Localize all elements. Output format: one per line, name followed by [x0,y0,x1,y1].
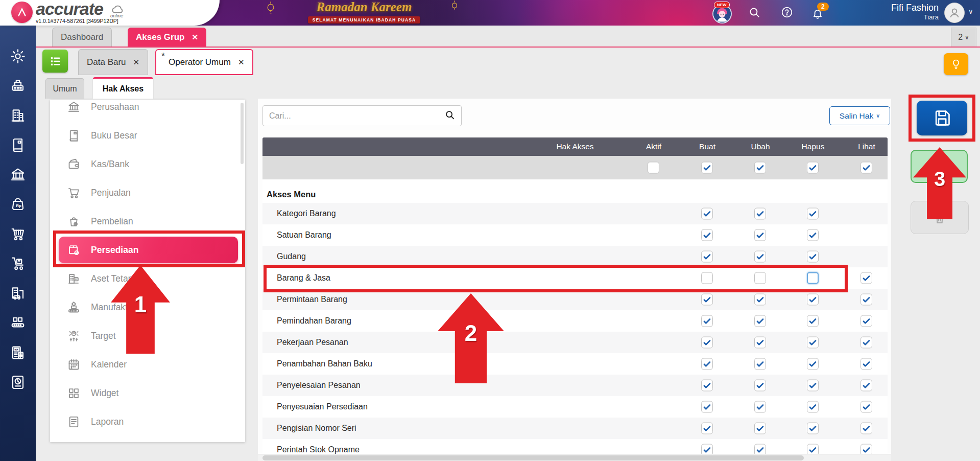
checkbox-ubah[interactable] [754,380,766,391]
checkbox-lihat[interactable] [861,423,872,434]
notifications-button[interactable]: 2 [811,5,828,22]
checkbox-hapus[interactable] [807,358,819,370]
checkbox-ubah[interactable] [754,162,766,174]
tips-lightbulb-button[interactable] [944,53,968,75]
checkbox-hapus[interactable] [807,315,819,327]
sidebar-item-kas-bank[interactable]: Kas/Bank [50,150,245,178]
tab-akses-grup[interactable]: Akses Grup ✕ [128,28,206,47]
checkbox-hapus[interactable] [807,294,819,306]
salin-hak-label: Salin Hak [840,111,873,121]
sidebar-item-perusahaan[interactable]: Perusahaan [50,100,245,121]
sidebar-company-button[interactable] [7,105,29,128]
checkbox-buat[interactable] [701,162,713,174]
sidebar-manufacturing-button[interactable] [7,313,29,335]
delete-button[interactable] [911,201,969,234]
close-icon[interactable]: ✕ [192,33,198,42]
checkbox-ubah[interactable] [754,337,766,349]
table-row: Penyesuaian Persediaan [262,396,888,418]
checkbox-ubah[interactable] [754,401,766,413]
sidebar-sales-button[interactable]: Rp [7,194,29,217]
checkbox-buat[interactable] [701,208,713,220]
search-icon[interactable] [444,109,457,122]
sidebar-cash-bank-button[interactable] [7,165,29,187]
checkbox-hapus[interactable] [807,337,819,349]
salin-hak-button[interactable]: Salin Hak ∨ [829,106,890,125]
sidebar-general-ledger-button[interactable] [7,135,29,157]
tab-umum[interactable]: Umum [45,78,84,99]
sidebar-tax-button[interactable]: TAX [7,342,29,365]
checkbox-ubah[interactable] [754,272,766,284]
checkbox-buat[interactable] [701,401,713,413]
help-icon[interactable] [779,5,795,20]
sidebar-cash-register-button[interactable] [7,76,29,98]
checkbox-ubah[interactable] [754,315,766,327]
subtab-data-baru[interactable]: Data Baru ✕ [78,49,148,75]
save-button[interactable] [917,101,967,135]
checkbox-buat[interactable] [701,423,713,434]
close-icon[interactable]: ✕ [238,58,245,67]
checkbox-hapus[interactable] [807,208,819,220]
search-input[interactable] [262,105,462,126]
checkbox-hapus[interactable] [807,423,819,434]
sidebar-item-penjualan[interactable]: Penjualan [50,178,245,207]
company-name: Tiara [852,13,939,21]
checkbox-lihat[interactable] [861,358,872,370]
checkbox-hapus[interactable] [807,251,819,263]
checkbox-buat[interactable] [701,251,713,263]
promo-character-button[interactable]: NEW [712,2,733,24]
checkbox-aktif[interactable] [648,162,659,174]
sidebar-purchases-button[interactable] [7,224,29,246]
checkbox-ubah[interactable] [754,358,766,370]
logo-area[interactable]: accurate online v1.0.1#3774-587261 [3499… [0,0,220,26]
scrollbar-thumb[interactable] [262,455,804,460]
checkbox-ubah[interactable] [754,229,766,241]
sidebar-item-persediaan[interactable]: Persediaan [59,237,238,263]
sidebar-item-aset-tetap[interactable]: RPAset Tetap [50,264,245,293]
checkbox-buat[interactable] [701,380,713,391]
tab-hak-akses[interactable]: Hak Akses [92,77,154,99]
subtab-operator-umum[interactable]: * Operator Umum ✕ [155,49,253,75]
checkbox-lihat[interactable] [861,337,872,349]
sidebar-item-manufaktur[interactable]: Manufaktur [50,293,245,321]
sidebar-item-pembelian[interactable]: Pembelian [50,207,245,236]
checkbox-lihat[interactable] [861,380,872,391]
record-list-button[interactable] [42,50,68,73]
sidebar-item-widget[interactable]: Widget [50,379,245,407]
checkbox-buat[interactable] [701,229,713,241]
avatar[interactable] [944,3,965,23]
sidebar-settings-button[interactable] [7,46,29,68]
menu-scrollbar[interactable] [241,103,244,164]
checkbox-ubah[interactable] [754,251,766,263]
checkbox-hapus[interactable] [807,162,819,174]
sidebar-fixed-assets-button[interactable] [7,283,29,306]
checkbox-ubah[interactable] [754,208,766,220]
checkbox-lihat[interactable] [861,272,872,284]
tab-overflow-dropdown[interactable]: 2 ∨ [951,28,976,47]
checkbox-hapus[interactable] [807,380,819,391]
user-menu[interactable]: Fifi Fashion Tiara [852,2,939,21]
checkbox-buat[interactable] [701,272,713,284]
checkbox-ubah[interactable] [754,294,766,306]
checkbox-hapus[interactable] [807,272,819,284]
tab-dashboard[interactable]: Dashboard [52,28,112,47]
checkbox-buat[interactable] [701,294,713,306]
confirm-button[interactable] [911,150,968,183]
sidebar-item-laporan[interactable]: Laporan [50,407,245,436]
checkbox-hapus[interactable] [807,229,819,241]
checkbox-lihat[interactable] [861,315,872,327]
checkbox-hapus[interactable] [807,401,819,413]
search-icon[interactable] [747,5,762,20]
close-icon[interactable]: ✕ [133,58,140,67]
checkbox-buat[interactable] [701,337,713,349]
sidebar-inventory-button[interactable] [7,253,29,276]
checkbox-lihat[interactable] [861,401,872,413]
checkbox-lihat[interactable] [861,294,872,306]
sidebar-item-kalender[interactable]: Kalender [50,350,245,379]
checkbox-buat[interactable] [701,358,713,370]
checkbox-lihat[interactable] [861,162,872,174]
sidebar-reports-button[interactable] [7,372,29,395]
checkbox-ubah[interactable] [754,423,766,434]
checkbox-buat[interactable] [701,315,713,327]
sidebar-item-target[interactable]: RPTarget [50,321,245,350]
sidebar-item-buku-besar[interactable]: Buku Besar [50,121,245,150]
